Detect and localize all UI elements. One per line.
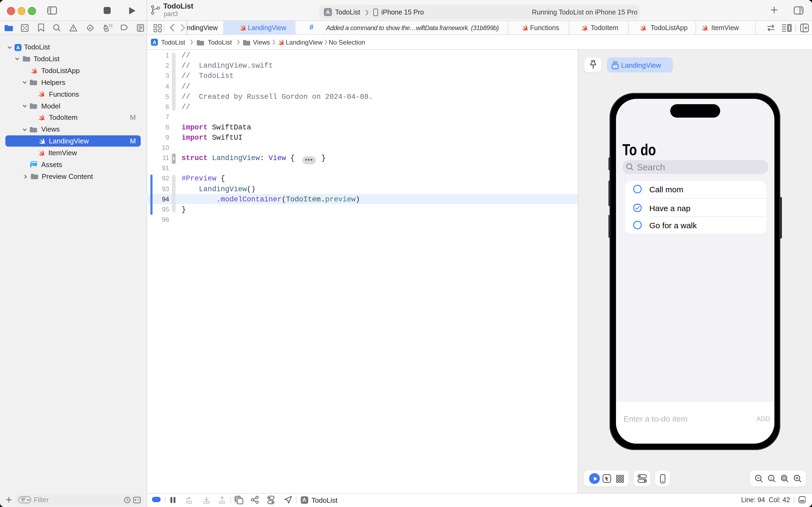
svg-text:A: A [152,40,156,45]
svg-text:1: 1 [770,475,772,480]
